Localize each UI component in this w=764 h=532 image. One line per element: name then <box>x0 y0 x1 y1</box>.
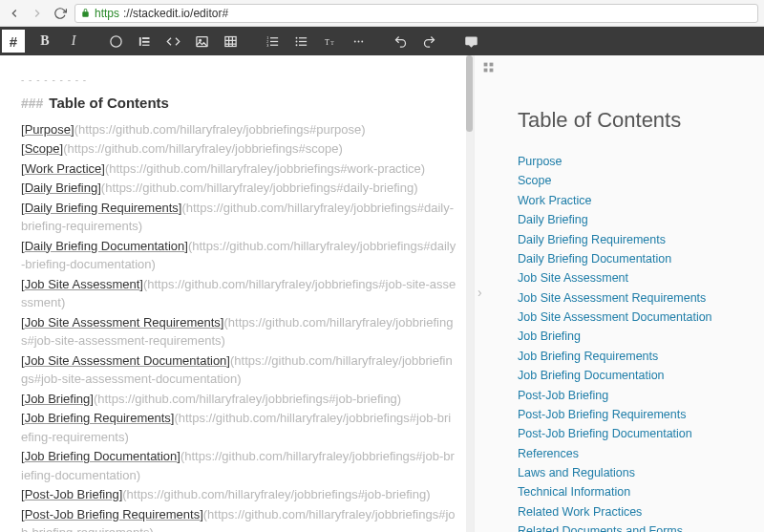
toc-link[interactable]: Scope <box>518 173 753 189</box>
workspace: - - - - - - - - - ### Table of Contents … <box>0 55 764 532</box>
svg-point-22 <box>353 40 355 42</box>
svg-rect-9 <box>270 40 278 41</box>
svg-rect-25 <box>484 63 488 67</box>
markdown-editor[interactable]: - - - - - - - - - ### Table of Contents … <box>0 55 466 532</box>
markdown-link-line[interactable]: [Job Site Assessment Documentation](http… <box>21 351 456 389</box>
browser-nav-bar: https://stackedit.io/editor# <box>0 0 764 27</box>
svg-point-24 <box>361 40 363 42</box>
svg-point-0 <box>110 35 120 46</box>
back-button[interactable] <box>6 5 23 22</box>
svg-rect-1 <box>138 37 140 46</box>
markdown-link-line[interactable]: [Post-Job Briefing Requirements](https:/… <box>21 505 456 533</box>
redo-button[interactable] <box>416 29 441 53</box>
toc-link[interactable]: Work Practice <box>518 193 753 209</box>
svg-rect-28 <box>490 69 494 73</box>
toc-link[interactable]: Related Work Practices <box>518 504 753 521</box>
svg-point-16 <box>295 44 297 46</box>
svg-point-23 <box>357 40 359 42</box>
undo-button[interactable] <box>388 29 413 53</box>
heading-line: ### Table of Contents <box>21 93 456 115</box>
lock-icon <box>80 8 91 18</box>
toc-link[interactable]: References <box>518 446 753 462</box>
svg-rect-8 <box>270 37 278 38</box>
svg-point-15 <box>295 40 297 42</box>
svg-rect-19 <box>299 44 307 45</box>
toc-link[interactable]: Daily Briefing Requirements <box>518 232 753 248</box>
toc-link[interactable]: Technical Information <box>518 484 753 500</box>
markdown-link-line[interactable]: [Purpose](https://github.com/hillaryfral… <box>21 120 456 139</box>
markdown-link-line[interactable]: [Daily Briefing Requirements](https://gi… <box>21 199 456 236</box>
editor-scrollbar[interactable] <box>466 55 474 532</box>
svg-rect-18 <box>299 40 307 41</box>
scroll-thumb[interactable] <box>466 55 473 132</box>
app-logo[interactable]: # <box>2 30 25 53</box>
svg-point-6 <box>199 39 201 41</box>
markdown-link-line[interactable]: [Post-Job Briefing](https://github.com/h… <box>21 485 456 504</box>
url-path: ://stackedit.io/editor# <box>123 7 228 20</box>
svg-rect-27 <box>484 69 488 73</box>
toc-link[interactable]: Daily Briefing Documentation <box>518 251 753 267</box>
svg-rect-7 <box>224 36 235 46</box>
ol-button[interactable]: 123 <box>260 29 285 53</box>
url-scheme: https <box>95 7 119 20</box>
toc-link[interactable]: Job Briefing <box>518 329 753 345</box>
table-button[interactable] <box>218 29 243 53</box>
markdown-link-line[interactable]: [Job Site Assessment](https://github.com… <box>21 275 456 312</box>
markdown-link-line[interactable]: [Job Briefing Requirements](https://gith… <box>21 409 456 446</box>
toc-link[interactable]: Post-Job Briefing Documentation <box>518 426 753 442</box>
toc-heading: Table of Contents <box>518 108 753 133</box>
svg-text:3: 3 <box>266 43 268 47</box>
toc-link[interactable]: Job Briefing Documentation <box>518 368 753 384</box>
toc-link[interactable]: Job Site Assessment Documentation <box>518 309 753 326</box>
toc-link[interactable]: Post-Job Briefing Requirements <box>518 407 753 423</box>
svg-rect-10 <box>270 44 278 45</box>
toc-link[interactable]: Related Documents and Forms <box>518 523 753 532</box>
svg-rect-3 <box>142 40 150 42</box>
preview-pane: Table of Contents PurposeScopeWork Pract… <box>502 55 764 532</box>
heading-button[interactable]: TT <box>317 29 342 53</box>
markdown-link-line[interactable]: [Daily Briefing](https://github.com/hill… <box>21 179 456 198</box>
image-button[interactable] <box>189 29 214 53</box>
code-button[interactable] <box>160 29 185 53</box>
reload-button[interactable] <box>52 5 69 22</box>
toc-link[interactable]: Purpose <box>518 154 753 170</box>
svg-rect-2 <box>142 37 150 39</box>
layout-toggle-icon[interactable] <box>482 61 495 74</box>
toc-link[interactable]: Job Site Assessment <box>518 270 753 287</box>
hr-mark: - - - - - - - - - <box>21 73 456 87</box>
toc-link[interactable]: Post-Job Briefing <box>518 388 753 404</box>
svg-rect-17 <box>299 37 307 38</box>
heading-prefix: ### <box>21 94 43 114</box>
toc-link[interactable]: Job Briefing Requirements <box>518 349 753 365</box>
markdown-link-line[interactable]: [Scope](https://github.com/hillaryfraley… <box>21 139 456 159</box>
bold-button[interactable]: B <box>32 29 57 53</box>
toc-link[interactable]: Daily Briefing <box>518 212 753 228</box>
toc-link[interactable]: Job Site Assessment Requirements <box>518 290 753 307</box>
markdown-link-line[interactable]: [Daily Briefing Documentation](https://g… <box>21 237 456 274</box>
svg-rect-4 <box>142 44 150 45</box>
markdown-link-line[interactable]: [Job Briefing Documentation](https://git… <box>21 447 456 484</box>
svg-rect-26 <box>490 63 494 67</box>
quote-button[interactable] <box>132 29 157 53</box>
forward-button[interactable] <box>29 5 46 22</box>
italic-button[interactable]: I <box>61 29 86 53</box>
svg-text:T: T <box>324 37 329 46</box>
toc-link[interactable]: Laws and Regulations <box>518 465 753 481</box>
collapse-handle-icon[interactable]: › <box>478 285 482 300</box>
heading-text: Table of Contents <box>49 93 169 115</box>
markdown-link-line[interactable]: [Job Site Assessment Requirements](https… <box>21 313 456 351</box>
preview-gutter: › <box>474 55 502 532</box>
svg-point-14 <box>295 36 297 38</box>
comment-button[interactable] <box>458 29 483 53</box>
hr-button[interactable] <box>346 29 371 53</box>
markdown-links-block: [Purpose](https://github.com/hillaryfral… <box>21 120 456 533</box>
markdown-link-line[interactable]: [Job Briefing](https://github.com/hillar… <box>21 390 456 409</box>
svg-text:T: T <box>330 39 334 45</box>
toc-list: PurposeScopeWork PracticeDaily BriefingD… <box>518 154 753 532</box>
markdown-link-line[interactable]: [Work Practice](https://github.com/hilla… <box>21 160 456 179</box>
ul-button[interactable] <box>288 29 313 53</box>
link-button[interactable] <box>103 29 128 53</box>
address-bar[interactable]: https://stackedit.io/editor# <box>74 4 758 23</box>
editor-toolbar: # B I 123 TT <box>0 27 764 55</box>
